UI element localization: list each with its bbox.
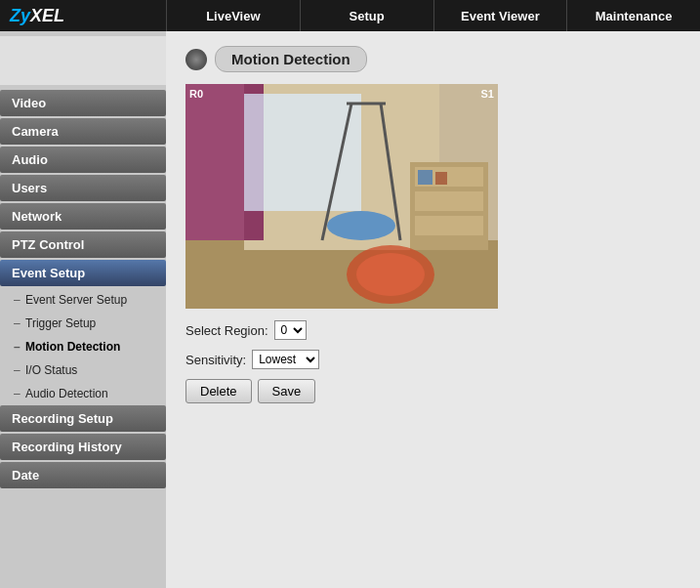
sensitivity-dropdown[interactable]: Lowest Low Medium High Highest: [252, 350, 319, 369]
sidebar-sub-audio-detection[interactable]: Audio Detection: [0, 382, 166, 405]
top-nav: ZyXEL LiveView Setup Event Viewer Mainte…: [0, 0, 700, 31]
sidebar-item-users[interactable]: Users: [0, 175, 166, 201]
sensitivity-label: Sensitivity:: [185, 353, 246, 367]
svg-rect-1: [185, 240, 498, 309]
sidebar-item-video[interactable]: Video: [0, 90, 166, 116]
sidebar-item-recording-setup[interactable]: Recording Setup: [0, 405, 166, 432]
sidebar-item-network[interactable]: Network: [0, 203, 166, 230]
logo-zy: Zy: [10, 6, 30, 25]
select-region-label: Select Region:: [185, 323, 268, 338]
delete-button[interactable]: Delete: [185, 379, 252, 403]
sidebar-item-camera[interactable]: Camera: [0, 118, 166, 145]
logo-area: ZyXEL: [0, 0, 166, 31]
camera-feed-inner: R0 S1: [185, 84, 498, 309]
sidebar-item-audio[interactable]: Audio: [0, 147, 166, 173]
svg-rect-17: [435, 172, 447, 185]
sidebar-item-event-setup[interactable]: Event Setup: [0, 260, 166, 286]
sensitivity-row: Sensitivity: Lowest Low Medium High High…: [185, 350, 680, 369]
camera-scene: [185, 84, 498, 309]
camera-overlay-tl: R0: [189, 88, 203, 100]
nav-setup[interactable]: Setup: [300, 0, 433, 31]
svg-rect-4: [185, 84, 244, 240]
sidebar-sub-io-status[interactable]: I/O Status: [0, 358, 166, 382]
svg-point-15: [356, 253, 425, 296]
nav-maintenance[interactable]: Maintenance: [566, 0, 700, 31]
nav-liveview[interactable]: LiveView: [166, 0, 300, 31]
camera-overlay-tr: S1: [481, 88, 494, 100]
sidebar-item-date[interactable]: Date: [0, 462, 166, 488]
select-region-row: Select Region: 0 1 2 3: [185, 320, 680, 340]
camera-feed: R0 S1: [185, 84, 498, 309]
select-region-dropdown[interactable]: 0 1 2 3: [274, 320, 307, 340]
svg-rect-8: [415, 191, 483, 211]
sidebar: Video Camera Audio Users Network PTZ Con…: [0, 31, 166, 588]
svg-point-13: [327, 211, 395, 240]
svg-rect-5: [244, 94, 361, 211]
nav-event-viewer[interactable]: Event Viewer: [433, 0, 567, 31]
sidebar-sub-trigger-setup[interactable]: Trigger Setup: [0, 312, 166, 335]
motion-detection-icon: [185, 49, 207, 70]
nav-items: LiveView Setup Event Viewer Maintenance: [166, 0, 700, 31]
sidebar-logo: [0, 36, 166, 85]
sidebar-item-recording-history[interactable]: Recording History: [0, 434, 166, 460]
buttons-row: Delete Save: [185, 379, 680, 403]
logo-xel: XEL: [30, 6, 64, 25]
section-header: Motion Detection: [185, 46, 680, 72]
sidebar-sub-motion-detection[interactable]: Motion Detection: [0, 335, 166, 358]
logo: ZyXEL: [10, 6, 64, 26]
svg-rect-16: [418, 170, 432, 185]
content-area: Motion Detection: [166, 31, 700, 588]
sidebar-sub-event-server-setup[interactable]: Event Server Setup: [0, 288, 166, 312]
sidebar-item-ptz-control[interactable]: PTZ Control: [0, 231, 166, 258]
section-title: Motion Detection: [215, 46, 367, 72]
main-layout: Video Camera Audio Users Network PTZ Con…: [0, 31, 700, 588]
svg-rect-9: [415, 216, 483, 235]
save-button[interactable]: Save: [258, 379, 316, 403]
